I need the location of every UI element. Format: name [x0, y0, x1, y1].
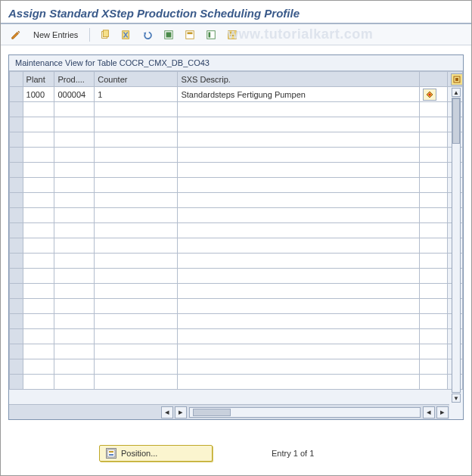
position-button[interactable]: Position...: [99, 445, 213, 462]
table-row[interactable]: 1000 000004 1 Standardsteps Fertigung Pu…: [10, 87, 463, 102]
svg-rect-15: [107, 450, 115, 457]
deselect-all-button[interactable]: [202, 27, 220, 42]
table-row[interactable]: [10, 344, 463, 359]
table-row[interactable]: [10, 193, 463, 208]
svg-rect-17: [109, 454, 113, 456]
row-selector[interactable]: [10, 132, 23, 148]
cell-counter[interactable]: 1: [95, 87, 178, 102]
cell-sxs[interactable]: Standardsteps Fertigung Pumpen: [178, 87, 419, 102]
scroll-right-icon[interactable]: ◂: [423, 406, 435, 418]
column-header-prod[interactable]: Prod....: [54, 72, 95, 87]
page-title: Assign Standard XStep Production Schedul…: [1, 1, 471, 24]
table-configure-button[interactable]: [223, 27, 241, 42]
scroll-track[interactable]: [452, 98, 461, 393]
table-row[interactable]: [10, 132, 463, 148]
maintenance-view-panel: Maintenance View for Table COCR_CMX_DB_C…: [8, 54, 464, 420]
row-selector[interactable]: [10, 329, 23, 344]
scroll-first-icon[interactable]: ◂: [161, 406, 173, 418]
row-selector[interactable]: [10, 193, 23, 208]
svg-rect-8: [209, 32, 211, 37]
table-row[interactable]: [10, 299, 463, 314]
cell-action[interactable]: [419, 87, 447, 102]
panel-caption: Maintenance View for Table COCR_CMX_DB_C…: [9, 55, 463, 71]
entry-counter-text: Entry 1 of 1: [272, 449, 314, 458]
svg-rect-16: [109, 451, 113, 453]
data-table: Plant Prod.... Counter SXS Descrip. 1000…: [9, 71, 463, 390]
svg-rect-11: [230, 35, 235, 36]
row-selector[interactable]: [10, 314, 23, 329]
svg-rect-6: [188, 32, 193, 34]
table-row[interactable]: [10, 117, 463, 132]
row-selector[interactable]: [10, 299, 23, 314]
row-selector[interactable]: [10, 375, 23, 390]
column-header-plant[interactable]: Plant: [23, 72, 54, 87]
row-selector[interactable]: [10, 117, 23, 132]
row-selector-header: [10, 72, 23, 87]
table-row[interactable]: [10, 314, 463, 329]
row-selector[interactable]: [10, 178, 23, 193]
column-header-config[interactable]: [448, 72, 463, 87]
table-row[interactable]: [10, 163, 463, 178]
svg-rect-10: [230, 32, 235, 33]
svg-rect-13: [455, 78, 458, 81]
row-selector[interactable]: [10, 344, 23, 359]
copy-as-button[interactable]: [96, 27, 114, 42]
footer-bar: Position... Entry 1 of 1: [1, 445, 471, 462]
table-row[interactable]: [10, 102, 463, 117]
position-icon: [106, 448, 116, 459]
delete-button[interactable]: [117, 27, 135, 42]
svg-point-14: [428, 93, 430, 95]
cell-prod[interactable]: 000004: [54, 87, 95, 102]
table-settings-icon[interactable]: [451, 73, 462, 86]
select-block-button[interactable]: [181, 27, 199, 42]
svg-rect-5: [186, 30, 194, 39]
table-row[interactable]: [10, 223, 463, 238]
table-row[interactable]: [10, 148, 463, 163]
column-header-sxs[interactable]: SXS Descrip.: [178, 72, 419, 87]
select-all-button[interactable]: [160, 27, 178, 42]
svg-rect-4: [166, 32, 172, 37]
horizontal-scrollbar[interactable]: ◂ ▸ ◂ ▸: [9, 404, 449, 419]
vertical-scrollbar[interactable]: ▲ ▼: [451, 88, 461, 403]
value-help-icon[interactable]: [423, 89, 436, 101]
position-button-label: Position...: [121, 449, 157, 458]
table-row[interactable]: [10, 208, 463, 223]
table-row[interactable]: [10, 178, 463, 193]
toolbar-separator: [89, 28, 90, 42]
toggle-display-change-button[interactable]: [7, 27, 25, 42]
row-selector[interactable]: [10, 254, 23, 269]
scroll-thumb[interactable]: [452, 98, 460, 144]
row-selector[interactable]: [10, 87, 23, 102]
hscroll-track[interactable]: [189, 407, 421, 418]
row-selector[interactable]: [10, 223, 23, 238]
table-row[interactable]: [10, 254, 463, 269]
application-toolbar: New Entries: [1, 24, 471, 45]
table-grid: Plant Prod.... Counter SXS Descrip. 1000…: [9, 71, 463, 419]
column-header-action: [419, 72, 447, 87]
table-row[interactable]: [10, 269, 463, 284]
scroll-left-icon[interactable]: ▸: [175, 406, 187, 418]
table-header-row: Plant Prod.... Counter SXS Descrip.: [10, 72, 463, 87]
table-row[interactable]: [10, 238, 463, 254]
table-row[interactable]: [10, 359, 463, 375]
table-row[interactable]: [10, 284, 463, 299]
cell-plant[interactable]: 1000: [23, 87, 54, 102]
svg-rect-7: [207, 30, 216, 39]
row-selector[interactable]: [10, 163, 23, 178]
column-header-counter[interactable]: Counter: [95, 72, 178, 87]
new-entries-button[interactable]: New Entries: [28, 27, 83, 42]
row-selector[interactable]: [10, 284, 23, 299]
row-selector[interactable]: [10, 102, 23, 117]
scroll-last-icon[interactable]: ▸: [436, 406, 449, 418]
scroll-down-icon[interactable]: ▼: [452, 394, 461, 403]
row-selector[interactable]: [10, 238, 23, 254]
row-selector[interactable]: [10, 148, 23, 163]
row-selector[interactable]: [10, 208, 23, 223]
undo-change-button[interactable]: [138, 27, 157, 42]
hscroll-thumb[interactable]: [193, 409, 231, 416]
table-row[interactable]: [10, 329, 463, 344]
row-selector[interactable]: [10, 269, 23, 284]
table-row[interactable]: [10, 375, 463, 390]
scroll-up-icon[interactable]: ▲: [452, 88, 461, 97]
row-selector[interactable]: [10, 359, 23, 375]
